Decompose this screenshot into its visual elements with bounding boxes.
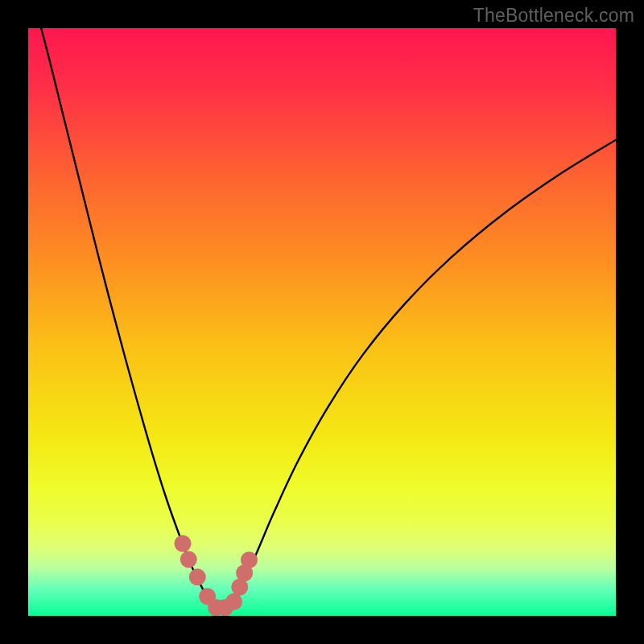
outer-frame: TheBottleneck.com — [0, 0, 644, 644]
plot-area — [28, 28, 616, 616]
chart-svg — [28, 28, 616, 616]
curve-marker — [189, 568, 206, 585]
curve-marker — [174, 535, 191, 552]
curve-marker — [180, 551, 197, 568]
curve-marker — [241, 551, 258, 568]
watermark-text: TheBottleneck.com — [473, 5, 634, 27]
curve-marker — [225, 593, 242, 610]
